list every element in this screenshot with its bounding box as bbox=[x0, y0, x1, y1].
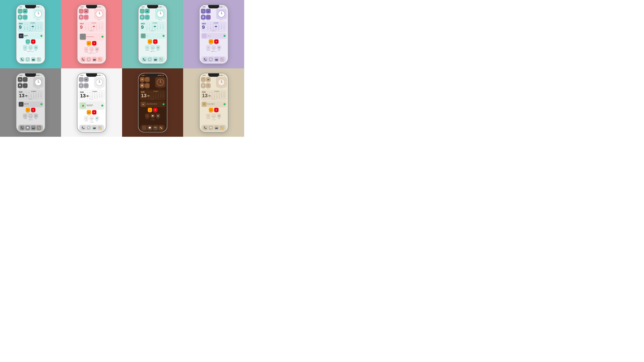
settings-purple[interactable]: ⚙️ bbox=[217, 45, 221, 50]
wallet-label-teal: wallet bbox=[19, 13, 21, 14]
notch-pink bbox=[86, 5, 97, 8]
phone-gray: 14:54 ▶WiFi🔋 💳wallet 📷カメラ 📝メモ 📍マップ bbox=[16, 73, 45, 132]
dock-line-teal[interactable]: 💬 bbox=[25, 57, 30, 62]
book-gray[interactable]: 📖 bbox=[28, 114, 33, 118]
amazon-pink[interactable]: a bbox=[87, 41, 91, 45]
memo-mint[interactable]: 📝 bbox=[140, 15, 144, 19]
wallet-white[interactable]: 💳 bbox=[79, 77, 84, 82]
map-purple[interactable]: 📍 bbox=[206, 15, 211, 19]
memo-icon-teal[interactable]: 📝 bbox=[18, 15, 22, 19]
dock-pen-teal[interactable]: ✏️ bbox=[36, 57, 41, 62]
dock-beige-bar: 📞 💬 📷 ✏️ bbox=[201, 125, 226, 131]
settings-icon-teal[interactable]: ⚙️ bbox=[34, 45, 38, 50]
map-icon-teal[interactable]: 📍 bbox=[23, 15, 28, 19]
dots-mint bbox=[140, 51, 166, 52]
book-brown[interactable]: 📖 bbox=[150, 114, 155, 118]
calendar-brown: SUN 13 DECEMBER SMTWTFS 12345 6789101112… bbox=[140, 90, 166, 101]
map-beige[interactable]: 📍 bbox=[206, 83, 211, 88]
calendar-white: SUN 13 DECEMBER SMTWTFS 12345 6789101112… bbox=[79, 90, 104, 101]
map-gray[interactable]: 📍 bbox=[23, 83, 28, 88]
memo-brown[interactable]: 📝 bbox=[140, 83, 144, 88]
wallet-gray[interactable]: 💳 bbox=[18, 77, 22, 82]
tunetrack-icon-teal[interactable]: ♪ bbox=[23, 45, 27, 50]
quadrant-mint: 16:43 ▶WiFi🔋 💳wallet 📷カメラ 📝メモ 📍マップ bbox=[122, 0, 183, 68]
memo-white[interactable]: 📝 bbox=[79, 83, 84, 88]
memo-beige[interactable]: 📝 bbox=[201, 83, 206, 88]
settings-brown[interactable]: ⚙️ bbox=[156, 114, 160, 118]
svg-point-15 bbox=[221, 13, 222, 14]
amazon-white[interactable]: a bbox=[87, 110, 91, 114]
clock-white bbox=[94, 77, 104, 87]
camera-white[interactable]: 📷 bbox=[84, 77, 88, 82]
time-teal: 16:37 bbox=[20, 6, 22, 7]
tunetrack-mint[interactable]: ♪ bbox=[145, 45, 150, 50]
dock-camera-teal[interactable]: 📷 bbox=[31, 57, 36, 62]
memo-icon-pink[interactable]: 📝 bbox=[79, 15, 84, 19]
tunetrack-gray[interactable]: ♪ bbox=[23, 114, 27, 118]
netflix-beige[interactable]: N bbox=[214, 108, 218, 112]
tunetrack-white[interactable]: ♪ bbox=[84, 116, 88, 120]
amazon-beige[interactable]: a bbox=[209, 108, 213, 112]
clock-widget-teal bbox=[33, 9, 44, 19]
amazon-gray[interactable]: a bbox=[26, 108, 30, 112]
map-brown[interactable]: 📍 bbox=[145, 83, 150, 88]
quadrant-white: 15:12 ▶WiFi🔋 💳wallet 📷カメラ 📝メモ 📍マップ bbox=[61, 68, 122, 137]
wallet-icon-teal[interactable]: 💳 bbox=[18, 9, 22, 13]
wallet-beige[interactable]: 💳 bbox=[201, 77, 206, 82]
map-white[interactable]: 📍 bbox=[84, 83, 88, 88]
svg-point-7 bbox=[99, 13, 100, 14]
wallet-mint[interactable]: 💳 bbox=[140, 9, 144, 13]
camera-gray[interactable]: 📷 bbox=[23, 77, 28, 82]
camera-brown[interactable]: 📷 bbox=[145, 77, 150, 82]
camera-icon-teal[interactable]: 📷 bbox=[23, 9, 28, 13]
settings-pink[interactable]: ⚙️ bbox=[95, 47, 99, 51]
map-mint[interactable]: 📍 bbox=[145, 15, 150, 19]
camera-purple[interactable]: 📷 bbox=[206, 9, 211, 13]
netflix-pink[interactable]: N bbox=[92, 41, 96, 45]
music-mint: 🌿 — — ● bbox=[140, 33, 166, 39]
camera-mint[interactable]: 📷 bbox=[145, 9, 150, 13]
book-mint[interactable]: 📖 bbox=[150, 45, 155, 50]
amazon-icon-teal[interactable]: a bbox=[26, 39, 30, 44]
settings-beige[interactable]: ⚙️ bbox=[217, 114, 221, 118]
settings-gray[interactable]: ⚙️ bbox=[34, 114, 38, 118]
music-brown: 🏙 Lonely (with benny blanco) ジャスティン・ビー… … bbox=[140, 101, 166, 107]
book-beige[interactable]: 📖 bbox=[212, 114, 216, 118]
amazon-brown[interactable]: a bbox=[148, 108, 152, 112]
netflix-white[interactable]: N bbox=[92, 110, 96, 114]
memo-purple[interactable]: 📝 bbox=[201, 15, 206, 19]
bottom-row-purple: ♪TuneTrack 📖ブック ⚙️設定 bbox=[201, 45, 226, 51]
book-pink[interactable]: 📖 bbox=[90, 47, 94, 51]
wallet-icon-pink[interactable]: 💳 bbox=[79, 9, 84, 13]
dock-phone-teal[interactable]: 📞 bbox=[20, 57, 24, 62]
book-icon-teal[interactable]: 📖 bbox=[28, 45, 33, 50]
phone-white: 15:12 ▶WiFi🔋 💳wallet 📷カメラ 📝メモ 📍マップ bbox=[77, 73, 106, 132]
tunetrack-beige[interactable]: ♪ bbox=[206, 114, 210, 118]
music-art-purple: 🌸 bbox=[202, 33, 206, 38]
music-purple: 🌸 ハルノヒ ● bbox=[201, 33, 226, 39]
camera-beige[interactable]: 📷 bbox=[206, 77, 211, 82]
quadrant-gray: 14:54 ▶WiFi🔋 💳wallet 📷カメラ 📝メモ 📍マップ bbox=[0, 68, 61, 137]
quadrant-pink: 16:49 ▶WiFi🔋 💳wallet 📷カメラ 📝メモ 📍マップ bbox=[61, 0, 122, 68]
wallet-purple[interactable]: 💳 bbox=[201, 9, 206, 13]
tunetrack-pink[interactable]: ♪ bbox=[84, 47, 88, 51]
map-icon-pink[interactable]: 📍 bbox=[84, 15, 88, 19]
netflix-gray[interactable]: N bbox=[31, 108, 36, 112]
netflix-mint[interactable]: N bbox=[153, 39, 158, 44]
netflix-brown[interactable]: N bbox=[153, 108, 158, 112]
amazon-mint[interactable]: a bbox=[148, 39, 152, 44]
tunetrack-brown[interactable]: ♪ bbox=[145, 114, 150, 118]
book-purple[interactable]: 📖 bbox=[212, 45, 216, 50]
memo-gray[interactable]: 📝 bbox=[18, 83, 22, 88]
settings-mint[interactable]: ⚙️ bbox=[156, 45, 160, 50]
amazon-purple[interactable]: a bbox=[209, 39, 213, 44]
settings-white[interactable]: ⚙️ bbox=[95, 116, 99, 120]
music-art-brown: 🏙 bbox=[141, 102, 146, 107]
book-white[interactable]: 📖 bbox=[90, 116, 94, 120]
netflix-icon-teal[interactable]: N bbox=[31, 39, 36, 44]
wallet-brown[interactable]: 💳 bbox=[140, 77, 144, 82]
camera-icon-pink[interactable]: 📷 bbox=[84, 9, 88, 13]
tunetrack-purple[interactable]: ♪ bbox=[206, 45, 210, 50]
app-row-beige: aAmazon NNetflix bbox=[201, 108, 226, 113]
netflix-purple[interactable]: N bbox=[214, 39, 218, 44]
